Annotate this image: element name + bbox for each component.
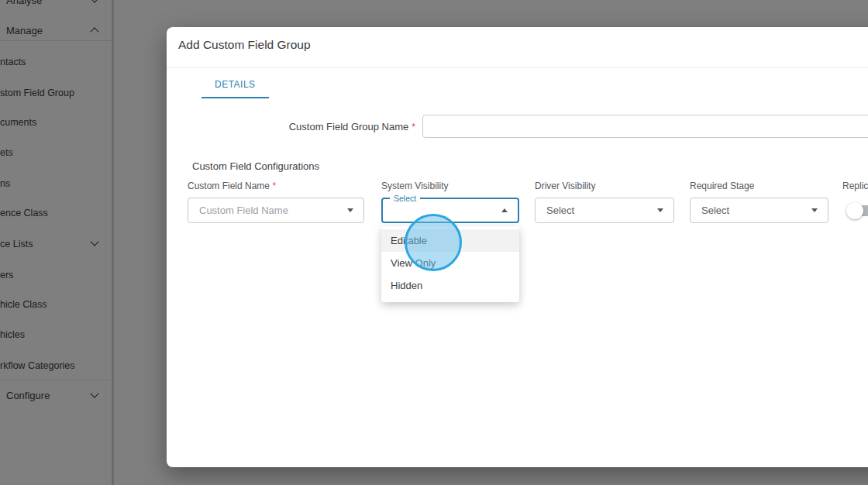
required-asterisk: * xyxy=(272,181,276,191)
required-stage-select[interactable]: Select xyxy=(690,198,828,223)
select-placeholder: Custom Field Name xyxy=(199,205,288,216)
required-asterisk: * xyxy=(412,121,415,132)
driver-visibility-select[interactable]: Select xyxy=(535,198,674,223)
tab-details[interactable]: DETAILS xyxy=(202,71,269,98)
required-stage-label: Required Stage xyxy=(690,181,754,191)
title-divider xyxy=(167,67,868,68)
chevron-down-icon xyxy=(347,208,353,212)
modal-title: Add Custom Field Group xyxy=(178,38,311,52)
floating-label: Select xyxy=(390,193,420,204)
replicate-label: Replic xyxy=(842,181,868,191)
chevron-down-icon xyxy=(811,208,818,212)
system-visibility-label: System Visibility xyxy=(381,181,448,191)
toggle-knob xyxy=(846,202,863,219)
select-value: Select xyxy=(701,205,729,216)
chevron-down-icon xyxy=(657,208,663,212)
chevron-up-icon xyxy=(501,208,508,212)
select-value: Select xyxy=(546,205,574,216)
app-viewport: Analyse Manage ntacts stom Field Group c… xyxy=(0,0,868,485)
driver-visibility-label: Driver Visibility xyxy=(535,181,595,191)
add-custom-field-group-modal: Add Custom Field Group DETAILS Custom Fi… xyxy=(167,27,868,467)
section-heading: Custom Field Configurations xyxy=(192,160,319,172)
custom-field-name-label: Custom Field Name * xyxy=(188,181,276,191)
custom-field-name-select[interactable]: Custom Field Name xyxy=(188,198,364,223)
group-name-label: Custom Field Group Name * xyxy=(167,121,415,132)
replicate-toggle[interactable] xyxy=(846,202,868,219)
group-name-input[interactable] xyxy=(422,115,868,138)
dropdown-option-hidden[interactable]: Hidden xyxy=(381,274,519,297)
click-indicator xyxy=(405,214,462,271)
